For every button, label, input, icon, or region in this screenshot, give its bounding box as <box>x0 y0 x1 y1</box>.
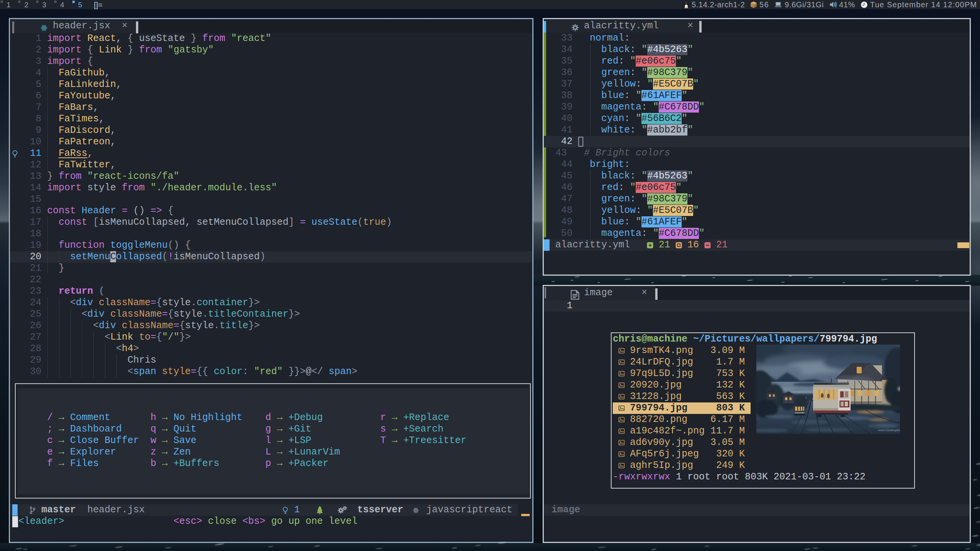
svg-text:www.DesktopBackground.org: www.DesktopBackground.org <box>878 428 900 432</box>
